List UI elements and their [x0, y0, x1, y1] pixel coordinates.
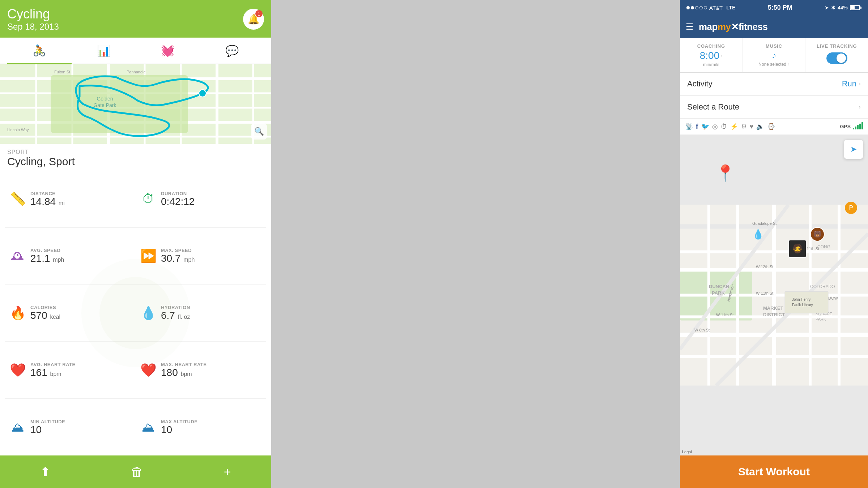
route-row[interactable]: Select a Route ›: [680, 96, 868, 119]
sport-section: SPORT Cycling, Sport: [0, 144, 271, 171]
location-arrow-icon: ➤: [825, 5, 829, 10]
parking-marker: P: [845, 202, 857, 214]
stats-icon: 📊: [97, 44, 110, 57]
speaker-icon[interactable]: 🔈: [756, 123, 764, 130]
signal-dots: [686, 6, 707, 9]
stats-grid: 📏 DISTANCE 14.84 mi ⏱ DURATION 0:42:12 🕰…: [0, 171, 271, 455]
min-alt-icon: ⛰: [9, 418, 27, 436]
signal-bar-1: [853, 128, 854, 129]
tab-cycling[interactable]: 🚴: [7, 38, 72, 64]
workout-title: Cycling: [7, 7, 59, 22]
avg-speed-value: 21.1 mph: [30, 253, 64, 264]
map-legal-text: Legal: [682, 450, 692, 454]
workout-map[interactable]: Guadalupe St E 11th St W 12th St W 11th …: [680, 135, 868, 455]
avg-speed-icon: 🕰: [9, 247, 27, 265]
activity-row[interactable]: Activity Run ›: [680, 73, 868, 95]
notification-bell[interactable]: 🔔 1: [243, 9, 264, 30]
battery-fill: [851, 6, 855, 9]
facebook-icon[interactable]: f: [696, 123, 698, 131]
share-icon: ⬆: [40, 465, 50, 479]
location-arrow-button[interactable]: ➤: [844, 140, 863, 159]
svg-text:Gate Park: Gate Park: [93, 102, 116, 108]
share-button[interactable]: ⬆: [29, 465, 61, 479]
route-map: Golden Gate Park Fulton St Panhandle Lin…: [0, 64, 271, 144]
music-arrow: ›: [788, 61, 790, 67]
timer-icon[interactable]: ⏱: [721, 123, 727, 130]
status-left: AT&T LTE: [686, 5, 736, 11]
svg-text:W 12th St: W 12th St: [756, 264, 773, 269]
signal-bar-5: [861, 122, 863, 129]
duration-value: 0:42:12: [161, 196, 195, 207]
activity-label: Activity: [687, 79, 712, 89]
trash-icon: 🗑: [131, 465, 143, 479]
max-alt-icon: ⛰: [139, 418, 157, 436]
max-speed-label: MAX. SPEED: [161, 248, 195, 253]
stat-avg-speed: 🕰 AVG. SPEED 21.1 mph: [5, 228, 136, 285]
svg-text:PARK: PARK: [712, 290, 725, 295]
calories-label: CALORIES: [30, 305, 60, 310]
stat-duration: ⏱ DURATION 0:42:12: [136, 171, 266, 228]
max-hr-label: MAX. HEART RATE: [161, 362, 207, 367]
tab-comments[interactable]: 💬: [200, 38, 264, 64]
heart-icon[interactable]: ♥: [750, 123, 754, 130]
svg-text:DOW: DOW: [828, 296, 838, 300]
max-hr-value: 180 bpm: [161, 367, 207, 378]
live-tracking-toggle[interactable]: [826, 52, 847, 64]
logo-x: my: [718, 21, 731, 32]
avg-hr-value: 161 bpm: [30, 367, 76, 378]
hamburger-icon: ☰: [686, 22, 694, 31]
start-workout-label: Start Workout: [738, 466, 810, 478]
podcast-icon[interactable]: 📡: [685, 123, 693, 130]
delete-button[interactable]: 🗑: [120, 465, 154, 479]
svg-text:Panhandle: Panhandle: [127, 70, 146, 74]
app-header: ☰ mapmy✕fitness: [680, 15, 868, 38]
dot-1: [686, 6, 690, 9]
svg-rect-52: [785, 291, 828, 313]
live-tracking-option[interactable]: LIVE TRACKING: [805, 38, 868, 72]
svg-text:COLORADO: COLORADO: [810, 284, 835, 289]
start-workout-button[interactable]: Start Workout: [680, 455, 868, 488]
options-bar: COACHING 8:00 › min/mile MUSIC ♪ None se…: [680, 38, 868, 73]
menu-button[interactable]: ☰: [686, 22, 694, 32]
toggle-container: [826, 52, 847, 64]
gps-indicator: GPS: [840, 124, 863, 129]
max-speed-value: 30.7 mph: [161, 253, 195, 264]
watch-icon[interactable]: ⌚: [767, 123, 775, 130]
chat-icon: 💬: [225, 44, 239, 57]
stat-max-hr: ❤️ MAX. HEART RATE 180 bpm: [136, 342, 266, 399]
add-button[interactable]: +: [213, 465, 242, 479]
gps-label: GPS: [840, 124, 851, 129]
bottom-action-bar: ⬆ 🗑 +: [0, 455, 271, 488]
duration-label: DURATION: [161, 191, 195, 196]
svg-text:Guadalupe St: Guadalupe St: [752, 221, 776, 225]
navigate-icon: ➤: [850, 145, 857, 154]
battery-tip: [860, 7, 861, 9]
social-icons-bar: 📡 f 🐦 ◎ ⏱ ⚡ ⚙ ♥ 🔈 ⌚ GPS: [680, 119, 868, 135]
twitter-icon[interactable]: 🐦: [701, 123, 709, 130]
tab-heart[interactable]: 💓: [136, 38, 200, 64]
lightning-icon[interactable]: ⚡: [730, 123, 738, 130]
svg-text:DISTRICT: DISTRICT: [763, 312, 785, 317]
coaching-sub: min/mile: [703, 62, 719, 67]
calories-value: 570 kcal: [30, 310, 60, 321]
tab-stats[interactable]: 📊: [72, 38, 136, 64]
activity-chevron: ›: [859, 80, 861, 87]
svg-text:MARKET: MARKET: [763, 305, 783, 311]
status-time: 5:50 PM: [768, 4, 792, 12]
stat-max-alt: ⛰ MAX ALTITUDE 10: [136, 399, 266, 455]
settings-gear-icon[interactable]: ⚙: [741, 123, 747, 130]
status-bar: AT&T LTE 5:50 PM ➤ ✱ 44%: [680, 0, 868, 15]
dot-2: [691, 6, 694, 9]
svg-text:W 8th St: W 8th St: [694, 328, 710, 332]
music-option[interactable]: MUSIC ♪ None selected ›: [743, 38, 805, 72]
stat-distance: 📏 DISTANCE 14.84 mi: [5, 171, 136, 228]
svg-text:Fulton St: Fulton St: [54, 70, 70, 74]
target-icon[interactable]: ◎: [712, 123, 718, 130]
coaching-label: COACHING: [697, 43, 725, 49]
svg-text:W 11th St: W 11th St: [756, 291, 773, 295]
sport-value: Cycling, Sport: [7, 155, 264, 168]
header-text: Cycling Sep 18, 2013: [7, 7, 59, 32]
network-type: LTE: [726, 5, 735, 10]
zoom-button[interactable]: 🔍: [251, 124, 267, 140]
coaching-option[interactable]: COACHING 8:00 › min/mile: [680, 38, 743, 72]
